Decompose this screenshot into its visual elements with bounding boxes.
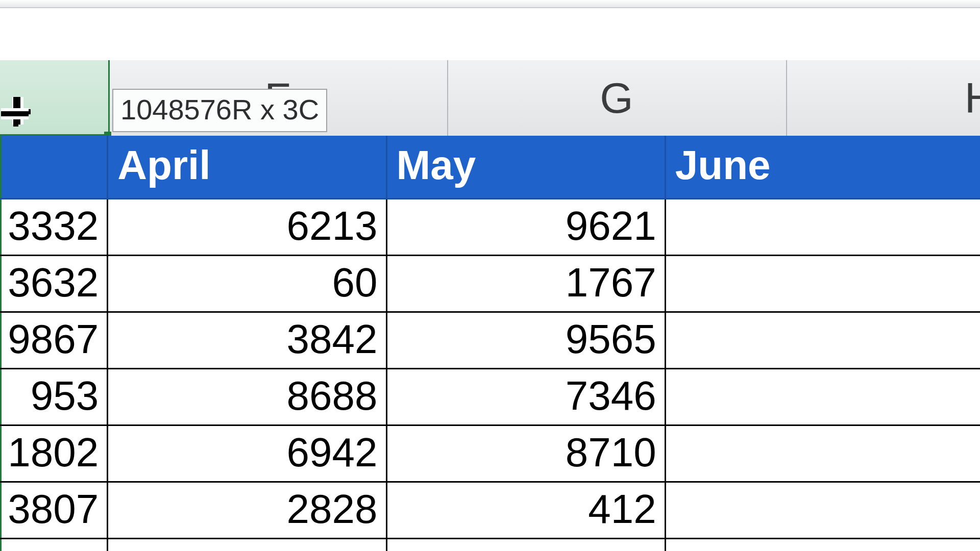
cell[interactable]: 9565 [386, 312, 665, 369]
cell[interactable]: 1767 [386, 256, 665, 312]
cell[interactable]: 9867 [0, 312, 108, 369]
cell[interactable] [665, 482, 980, 539]
cell[interactable]: 6213 [108, 199, 386, 256]
selection-size-tooltip: 1048576R x 3C [112, 89, 327, 132]
header-cell-may[interactable]: May [386, 136, 665, 199]
cell[interactable]: 9621 [386, 199, 665, 256]
ribbon-strip [0, 0, 980, 8]
cell[interactable]: 3807 [0, 482, 108, 539]
cell[interactable]: 3632 [0, 256, 108, 312]
column-header-G[interactable]: G [447, 60, 787, 136]
header-cell-june[interactable]: June [665, 136, 980, 199]
table-row: 3332 6213 9621 [0, 199, 980, 256]
formula-bar-area[interactable] [0, 8, 980, 60]
header-cell-april[interactable]: April [108, 136, 386, 199]
cell[interactable]: 8281 [386, 539, 665, 552]
cell-cursor-icon [1, 97, 29, 124]
table-row: 6841 1149 8281 [0, 539, 980, 552]
cell[interactable]: 3842 [108, 312, 386, 369]
cell[interactable] [665, 256, 980, 312]
table-row: 9867 3842 9565 [0, 312, 980, 369]
cell[interactable]: 3332 [0, 199, 108, 256]
table-row: 1802 6942 8710 [0, 425, 980, 482]
cell[interactable] [665, 369, 980, 425]
table-row: 3807 2828 412 [0, 482, 980, 539]
cell[interactable]: 7346 [386, 369, 665, 425]
cell[interactable]: 1802 [0, 425, 108, 482]
cell[interactable]: 60 [108, 256, 386, 312]
cell[interactable]: 1149 [108, 539, 386, 552]
spreadsheet-grid[interactable]: April May June 3332 6213 9621 3632 60 17… [0, 136, 980, 551]
cell[interactable] [665, 199, 980, 256]
table-row: 953 8688 7346 [0, 369, 980, 425]
cell[interactable]: 6841 [0, 539, 108, 552]
cell[interactable] [665, 425, 980, 482]
cell[interactable] [665, 539, 980, 552]
cell[interactable]: 8710 [386, 425, 665, 482]
cell[interactable]: 8688 [108, 369, 386, 425]
cell[interactable]: 412 [386, 482, 665, 539]
cell[interactable]: 2828 [108, 482, 386, 539]
column-header-H[interactable]: H [786, 60, 980, 136]
cell[interactable] [665, 312, 980, 369]
cell[interactable]: 6942 [108, 425, 386, 482]
header-row: April May June [0, 136, 980, 199]
cell[interactable]: 953 [0, 369, 108, 425]
header-cell-E[interactable] [0, 136, 108, 199]
table-row: 3632 60 1767 [0, 256, 980, 312]
